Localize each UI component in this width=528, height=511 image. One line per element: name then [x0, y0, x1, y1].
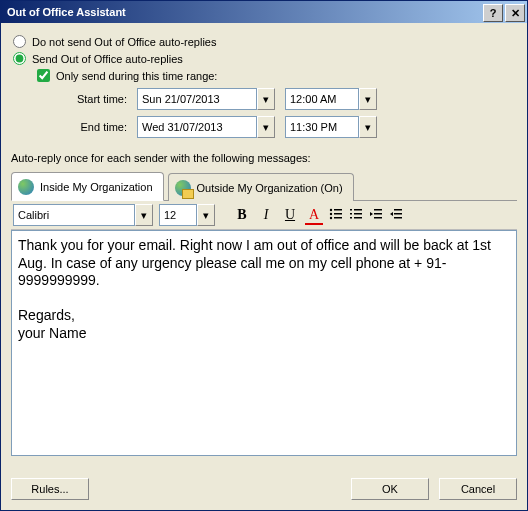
end-time-label: End time: — [57, 121, 127, 133]
start-time-combo[interactable]: 12:00 AM ▾ — [285, 88, 377, 110]
titlebar[interactable]: Out of Office Assistant ? ✕ — [1, 1, 527, 23]
outdent-button[interactable] — [369, 207, 383, 223]
rules-button[interactable]: Rules... — [11, 478, 89, 500]
svg-rect-13 — [374, 209, 382, 211]
svg-rect-17 — [394, 209, 402, 211]
svg-rect-6 — [350, 209, 352, 211]
svg-rect-14 — [374, 213, 382, 215]
start-time-value: 12:00 AM — [285, 88, 359, 110]
svg-rect-5 — [334, 217, 342, 219]
chevron-down-icon[interactable]: ▾ — [257, 88, 275, 110]
svg-rect-10 — [350, 217, 352, 219]
svg-point-0 — [330, 209, 332, 211]
svg-rect-7 — [354, 209, 362, 211]
radio-send-autoreply-input[interactable] — [13, 52, 26, 65]
chevron-down-icon[interactable]: ▾ — [135, 204, 153, 226]
check-timerange-label: Only send during this time range: — [56, 70, 217, 82]
underline-button[interactable]: U — [281, 206, 299, 224]
format-toolbar: Calibri ▾ 12 ▾ B I U A — [11, 201, 517, 230]
end-date-combo[interactable]: Wed 31/07/2013 ▾ — [137, 116, 275, 138]
svg-rect-1 — [334, 209, 342, 211]
font-value: Calibri — [13, 204, 135, 226]
size-combo[interactable]: 12 ▾ — [159, 204, 215, 226]
tab-outside-label: Outside My Organization (On) — [197, 182, 343, 194]
indent-button[interactable] — [389, 207, 403, 223]
svg-point-2 — [330, 213, 332, 215]
chevron-down-icon[interactable]: ▾ — [359, 116, 377, 138]
svg-rect-15 — [374, 217, 382, 219]
check-timerange[interactable]: Only send during this time range: — [35, 69, 517, 82]
end-date-value: Wed 31/07/2013 — [137, 116, 257, 138]
svg-marker-12 — [370, 212, 373, 216]
start-date-value: Sun 21/07/2013 — [137, 88, 257, 110]
chevron-down-icon[interactable]: ▾ — [257, 116, 275, 138]
globe-icon — [18, 179, 34, 195]
radio-send-autoreply[interactable]: Send Out of Office auto-replies — [11, 52, 517, 65]
italic-button[interactable]: I — [257, 206, 275, 224]
end-time-value: 11:30 PM — [285, 116, 359, 138]
svg-rect-19 — [394, 217, 402, 219]
tab-inside[interactable]: Inside My Organization — [11, 172, 164, 201]
bold-button[interactable]: B — [233, 206, 251, 224]
radio-no-autoreply-input[interactable] — [13, 35, 26, 48]
globe-mail-icon — [175, 180, 191, 196]
svg-rect-8 — [350, 213, 352, 215]
radio-no-autoreply-label: Do not send Out of Office auto-replies — [32, 36, 216, 48]
prompt-label: Auto-reply once for each sender with the… — [11, 152, 517, 164]
ok-button[interactable]: OK — [351, 478, 429, 500]
font-color-button[interactable]: A — [305, 206, 323, 224]
svg-rect-11 — [354, 217, 362, 219]
tab-inside-label: Inside My Organization — [40, 181, 153, 193]
start-time-label: Start time: — [57, 93, 127, 105]
bullets-button[interactable] — [329, 207, 343, 223]
cancel-button[interactable]: Cancel — [439, 478, 517, 500]
radio-no-autoreply[interactable]: Do not send Out of Office auto-replies — [11, 35, 517, 48]
dialog-window: Out of Office Assistant ? ✕ Do not send … — [0, 0, 528, 511]
svg-rect-18 — [394, 213, 402, 215]
chevron-down-icon[interactable]: ▾ — [359, 88, 377, 110]
numbering-button[interactable] — [349, 207, 363, 223]
check-timerange-input[interactable] — [37, 69, 50, 82]
size-value: 12 — [159, 204, 197, 226]
radio-send-autoreply-label: Send Out of Office auto-replies — [32, 53, 183, 65]
svg-rect-9 — [354, 213, 362, 215]
svg-rect-3 — [334, 213, 342, 215]
tab-bar: Inside My Organization Outside My Organi… — [11, 172, 517, 201]
help-button[interactable]: ? — [483, 4, 503, 22]
chevron-down-icon[interactable]: ▾ — [197, 204, 215, 226]
tab-outside[interactable]: Outside My Organization (On) — [168, 173, 354, 201]
time-range-grid: Start time: Sun 21/07/2013 ▾ 12:00 AM ▾ … — [57, 88, 517, 138]
close-button[interactable]: ✕ — [505, 4, 525, 22]
svg-point-4 — [330, 217, 332, 219]
message-editor[interactable]: Thank you for your email. Right now I am… — [11, 230, 517, 456]
svg-marker-16 — [390, 212, 393, 216]
window-title: Out of Office Assistant — [7, 6, 126, 18]
font-combo[interactable]: Calibri ▾ — [13, 204, 153, 226]
end-time-combo[interactable]: 11:30 PM ▾ — [285, 116, 377, 138]
start-date-combo[interactable]: Sun 21/07/2013 ▾ — [137, 88, 275, 110]
